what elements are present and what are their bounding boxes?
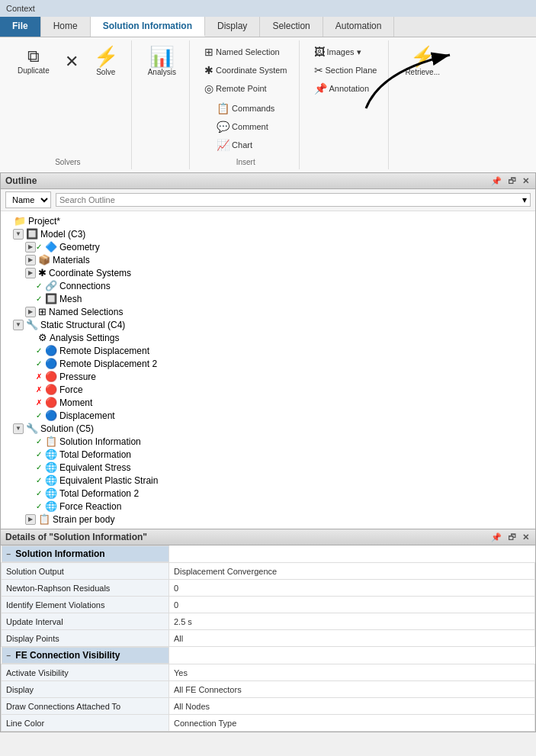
ribbon-tabs: File Home Solution Information Display S… bbox=[0, 17, 536, 37]
tree-expand-equivalent-plastic-strain bbox=[25, 475, 36, 486]
detail-value[interactable]: 2.5 s bbox=[169, 613, 535, 630]
detail-value[interactable]: 0 bbox=[169, 597, 535, 613]
detail-value[interactable]: All Nodes bbox=[169, 698, 535, 715]
tree-item-total-deformation-2[interactable]: ✓🌐Total Deformation 2 bbox=[1, 487, 535, 500]
section-plane-button[interactable]: ✂ Section Plane bbox=[310, 62, 381, 79]
tree-expand-pressure bbox=[25, 372, 36, 382]
tree-expand-geometry[interactable]: ▶ bbox=[25, 242, 36, 253]
tree-expand-static-structural[interactable]: ▼ bbox=[13, 320, 24, 330]
detail-value[interactable]: Displacement Convergence bbox=[169, 563, 535, 580]
detail-value[interactable]: All bbox=[169, 630, 535, 647]
outline-close-icon[interactable]: ✕ bbox=[521, 176, 531, 186]
tab-selection[interactable]: Selection bbox=[260, 17, 323, 37]
tab-file[interactable]: File bbox=[0, 17, 41, 37]
solve-label: Solve bbox=[96, 68, 115, 76]
tree-item-solution-information[interactable]: ✓📋Solution Information bbox=[1, 435, 535, 448]
tree-item-equivalent-stress[interactable]: ✓🌐Equivalent Stress bbox=[1, 461, 535, 474]
details-table: − Solution InformationSolution OutputDis… bbox=[1, 545, 535, 732]
details-close-icon[interactable]: ✕ bbox=[521, 532, 531, 542]
retrieve-button[interactable]: ⚡ Retrieve... bbox=[400, 43, 445, 79]
chart-button[interactable]: 📈 Chart bbox=[213, 137, 278, 153]
tree-item-connections[interactable]: ✓🔗Connections bbox=[1, 279, 535, 292]
detail-value[interactable]: Yes bbox=[169, 664, 535, 681]
tree-item-equivalent-plastic-strain[interactable]: ✓🌐Equivalent Plastic Strain bbox=[1, 474, 535, 487]
tree-item-mesh[interactable]: ✓🔲Mesh bbox=[1, 292, 535, 305]
annotation-button[interactable]: 📌 Annotation bbox=[310, 80, 381, 97]
tree-item-force-reaction[interactable]: ✓🌐Force Reaction bbox=[1, 500, 535, 513]
insert-label: Insert bbox=[236, 156, 255, 166]
ribbon-group-analysis: 📊 Analysis bbox=[135, 40, 190, 169]
detail-row: Identify Element Violations0 bbox=[2, 597, 535, 613]
details-title: Details of "Solution Information" bbox=[5, 532, 147, 542]
close-button[interactable]: ✕ bbox=[58, 50, 85, 73]
tree-item-project[interactable]: 📁Project* bbox=[1, 214, 535, 227]
outline-restore-icon[interactable]: 🗗 bbox=[506, 176, 518, 185]
ribbon-group-images: 🖼 Images ▾ ✂ Section Plane 📌 Annotation bbox=[303, 40, 390, 169]
ribbon-group-insert: ⊞ Named Selection ✱ Coordinate System ◎ … bbox=[193, 40, 300, 169]
details-panel: Details of "Solution Information" 📌 🗗 ✕ … bbox=[0, 529, 536, 732]
tree-icon-total-deformation: 🌐 bbox=[45, 449, 57, 460]
tree-status-remote-displacement: ✓ bbox=[36, 346, 42, 355]
tree-item-force[interactable]: ✗🔴Force bbox=[1, 383, 535, 396]
details-restore-icon[interactable]: 🗗 bbox=[506, 532, 518, 542]
outline-pin-icon[interactable]: 📌 bbox=[489, 176, 503, 186]
detail-value[interactable]: All FE Connectors bbox=[169, 681, 535, 698]
tab-home[interactable]: Home bbox=[41, 17, 91, 37]
analysis-button[interactable]: 📊 Analysis bbox=[143, 43, 181, 79]
tree-item-pressure[interactable]: ✗🔴Pressure bbox=[1, 370, 535, 383]
tab-automation[interactable]: Automation bbox=[323, 17, 395, 37]
details-pin-icon[interactable]: 📌 bbox=[489, 532, 503, 542]
tab-solution-information[interactable]: Solution Information bbox=[91, 17, 205, 37]
tree-expand-strain-per-body[interactable]: ▶ bbox=[25, 514, 36, 525]
duplicate-button[interactable]: ⧉ Duplicate bbox=[12, 45, 55, 78]
search-dropdown-icon[interactable]: ▾ bbox=[522, 195, 527, 205]
commands-button[interactable]: 📋 Commands bbox=[213, 100, 278, 117]
tree-expand-named-selections[interactable]: ▶ bbox=[25, 307, 36, 317]
tree-item-named-selections[interactable]: ▶⊞Named Selections bbox=[1, 305, 535, 318]
detail-value[interactable]: 0 bbox=[169, 580, 535, 597]
tree-item-geometry[interactable]: ▶✓🔷Geometry bbox=[1, 240, 535, 253]
detail-row: Newton-Raphson Residuals0 bbox=[2, 580, 535, 597]
tab-display[interactable]: Display bbox=[205, 17, 260, 37]
tree-icon-named-selections: ⊞ bbox=[38, 306, 47, 317]
tree-item-strain-per-body[interactable]: ▶📋Strain per body bbox=[1, 513, 535, 526]
search-input[interactable] bbox=[59, 195, 521, 204]
tree-item-analysis-settings[interactable]: ⚙Analysis Settings bbox=[1, 331, 535, 344]
detail-value[interactable]: Connection Type bbox=[169, 715, 535, 732]
tree-item-total-deformation[interactable]: ✓🌐Total Deformation bbox=[1, 448, 535, 461]
tree-item-solution[interactable]: ▼🔧Solution (C5) bbox=[1, 422, 535, 435]
outline-title: Outline bbox=[5, 175, 37, 186]
tree-expand-materials[interactable]: ▶ bbox=[25, 255, 36, 265]
tree-expand-coordinate-systems[interactable]: ▶ bbox=[25, 268, 36, 278]
name-filter-select[interactable]: Name bbox=[5, 191, 51, 208]
detail-key: Draw Connections Attached To bbox=[2, 698, 169, 715]
tree-expand-model[interactable]: ▼ bbox=[13, 229, 24, 240]
section-collapse-fe-connection-visibility[interactable]: − bbox=[7, 651, 11, 660]
tree-item-static-structural[interactable]: ▼🔧Static Structural (C4) bbox=[1, 318, 535, 331]
coordinate-system-button[interactable]: ✱ Coordinate System bbox=[201, 62, 291, 79]
commands-icon: 📋 bbox=[217, 102, 229, 114]
tree-item-moment[interactable]: ✗🔴Moment bbox=[1, 396, 535, 409]
tree-icon-equivalent-stress: 🌐 bbox=[45, 462, 57, 473]
tree-label-moment: Moment bbox=[59, 397, 92, 408]
tree-item-materials[interactable]: ▶📦Materials bbox=[1, 253, 535, 266]
tree-item-model[interactable]: ▼🔲Model (C3) bbox=[1, 227, 535, 240]
tree-item-remote-displacement-2[interactable]: ✓🔵Remote Displacement 2 bbox=[1, 357, 535, 370]
tree-expand-solution[interactable]: ▼ bbox=[13, 423, 24, 434]
section-collapse-solution-information[interactable]: − bbox=[7, 550, 11, 558]
solve-button[interactable]: ⚡ Solve bbox=[88, 43, 124, 79]
tree-item-remote-displacement[interactable]: ✓🔵Remote Displacement bbox=[1, 344, 535, 357]
detail-row: Line ColorConnection Type bbox=[2, 715, 535, 732]
section-title-fe-connection-visibility: − FE Connection Visibility bbox=[2, 647, 169, 664]
named-selection-button[interactable]: ⊞ Named Selection bbox=[201, 43, 291, 60]
tree-status-connections: ✓ bbox=[36, 281, 42, 290]
ribbon-group-retrieve: ⚡ Retrieve... bbox=[392, 40, 453, 169]
tree-label-project: Project* bbox=[28, 216, 60, 227]
comment-button[interactable]: 💬 Comment bbox=[213, 118, 278, 135]
tree-expand-total-deformation bbox=[25, 449, 36, 460]
tree-item-displacement[interactable]: ✓🔵Displacement bbox=[1, 409, 535, 422]
remote-point-button[interactable]: ◎ Remote Point bbox=[201, 80, 291, 97]
detail-key: Activate Visibility bbox=[2, 664, 169, 681]
tree-item-coordinate-systems[interactable]: ▶✱Coordinate Systems bbox=[1, 266, 535, 279]
images-button[interactable]: 🖼 Images ▾ bbox=[310, 43, 381, 60]
